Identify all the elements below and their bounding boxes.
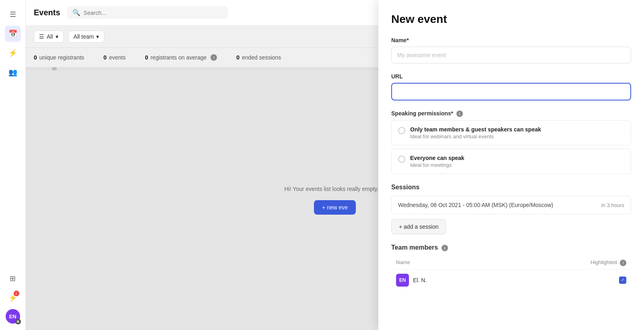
radio-text-webinar: Only team members & guest speakers can s…	[410, 126, 541, 139]
name-field-group: Name*	[391, 37, 631, 64]
avatar-gear-icon: ⚙	[15, 319, 21, 324]
lightning-icon: ⚡	[8, 49, 17, 57]
stat-ended-sessions: 0 ended sessions	[236, 54, 281, 61]
grid-icon: ⊞	[10, 274, 16, 283]
menu-icon: ☰	[10, 10, 16, 19]
col-highlighted: Highlighted i	[590, 259, 626, 266]
users-icon: 👥	[8, 68, 17, 77]
team-member-info: EN El. N.	[396, 274, 427, 287]
radio-circle-webinar	[398, 127, 405, 134]
highlighted-checkbox[interactable]: ✓	[619, 277, 626, 284]
sessions-label: Sessions	[391, 184, 631, 191]
new-event-button[interactable]: + new eve	[314, 200, 356, 215]
sidebar-item-grid[interactable]: ⊞	[5, 271, 21, 287]
user-avatar[interactable]: EN ⚙	[6, 309, 20, 324]
team-table-header: Name Highlighted i	[391, 256, 631, 269]
team-chevron-icon: ▾	[96, 33, 99, 40]
sidebar-item-menu[interactable]: ☰	[5, 6, 21, 23]
team-filter-label: All team	[74, 33, 94, 40]
session-relative-time: in 3 hours	[601, 202, 624, 208]
calendar-icon: 📅	[8, 29, 17, 38]
radio-option-meeting[interactable]: Everyone can speak Ideal for meetings	[391, 149, 631, 174]
add-session-button[interactable]: + add a session	[391, 219, 446, 234]
session-date: Wednesday, 06 Oct 2021 - 05:00 AM (MSK) …	[398, 202, 553, 208]
sidebar-bottom: ⊞ ⚡ 1 EN ⚙	[5, 271, 21, 324]
search-icon: 🔍	[72, 9, 80, 16]
team-member-avatar: EN	[396, 274, 409, 287]
stat-events: 0 events	[103, 54, 126, 61]
search-input[interactable]	[84, 10, 222, 16]
name-label: Name*	[391, 37, 631, 43]
sidebar-item-notifications[interactable]: ⚡ 1	[5, 290, 21, 306]
new-event-panel: New event Name* URL Speaking permissions…	[378, 0, 644, 330]
table-row: EN El. N. ✓	[391, 269, 631, 291]
team-label: Team members i	[391, 244, 631, 251]
all-filter-btn[interactable]: ☰ All ▾	[34, 31, 64, 43]
all-filter-label: All	[47, 33, 53, 40]
avatar-initials: EN	[9, 314, 16, 320]
radio-text-meeting: Everyone can speak Ideal for meetings	[410, 155, 464, 168]
highlighted-info-icon: i	[620, 260, 626, 266]
search-box: 🔍	[67, 6, 228, 19]
session-item: Wednesday, 06 Oct 2021 - 05:00 AM (MSK) …	[391, 196, 631, 214]
filter-icon: ☰	[39, 33, 44, 40]
scroll-handle[interactable]	[52, 67, 57, 70]
registrants-info-icon: i	[211, 54, 217, 61]
notification-badge: 1	[14, 291, 19, 296]
sidebar: ☰ 📅 ⚡ 👥 ⊞ ⚡ 1 EN ⚙	[0, 0, 26, 330]
sidebar-item-users[interactable]: 👥	[5, 64, 21, 80]
col-name: Name	[396, 259, 410, 266]
speaking-info-icon: i	[456, 111, 463, 117]
radio-option-webinar[interactable]: Only team members & guest speakers can s…	[391, 120, 631, 146]
speaking-permissions-group: Speaking permissions* i Only team member…	[391, 110, 631, 174]
team-filter-btn[interactable]: All team ▾	[68, 31, 105, 43]
chevron-down-icon: ▾	[56, 33, 58, 40]
url-label: URL	[391, 73, 631, 80]
team-members-section: Team members i Name Highlighted i EN El.…	[391, 244, 631, 291]
team-info-icon: i	[442, 245, 448, 251]
sidebar-item-calendar[interactable]: 📅	[5, 26, 21, 42]
sessions-group: Sessions Wednesday, 06 Oct 2021 - 05:00 …	[391, 184, 631, 234]
team-member-name: El. N.	[413, 277, 427, 283]
empty-message: Hi! Your events list looks really empty.…	[284, 186, 385, 192]
panel-title: New event	[391, 13, 631, 26]
page-title: Events	[34, 8, 60, 17]
url-field-group: URL	[391, 73, 631, 100]
stat-unique-registrants: 0 unique registrants	[34, 54, 84, 61]
speaking-label: Speaking permissions* i	[391, 110, 631, 117]
radio-circle-meeting	[398, 156, 405, 163]
stat-registrants-average: 0 registrants on average i	[145, 54, 217, 61]
name-input[interactable]	[391, 47, 631, 64]
url-input[interactable]	[391, 83, 631, 100]
sidebar-item-lightning[interactable]: ⚡	[5, 45, 21, 61]
